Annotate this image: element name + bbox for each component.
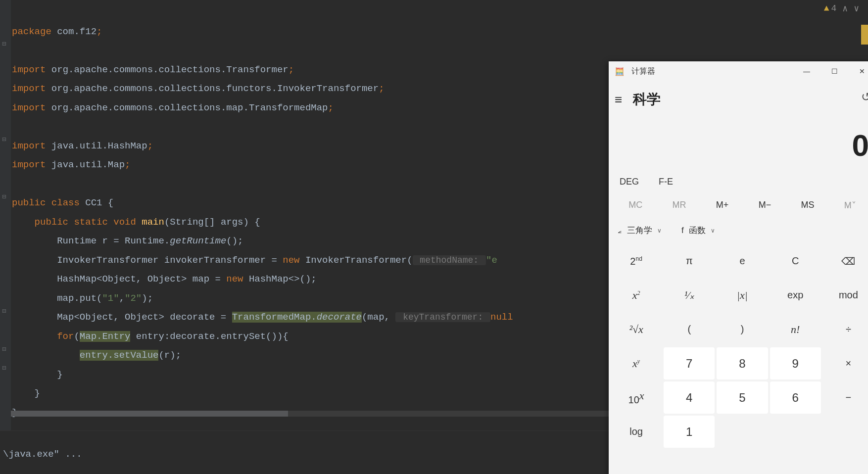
prev-highlight-icon[interactable]: ∧ bbox=[842, 3, 848, 14]
maximize-button[interactable]: ☐ bbox=[820, 61, 848, 81]
warning-count: 4 bbox=[831, 3, 837, 13]
key-reciprocal[interactable]: ¹⁄ₓ bbox=[664, 279, 715, 311]
keyword-public: public bbox=[12, 197, 51, 208]
key-lparen[interactable]: ( bbox=[664, 313, 715, 345]
fold-end-icon[interactable]: ⊟ bbox=[2, 365, 9, 372]
key-minus[interactable]: − bbox=[823, 381, 868, 414]
key-6[interactable]: 6 bbox=[770, 381, 821, 414]
highlighted-code: Map.Entry bbox=[80, 331, 131, 342]
key-divide[interactable]: ÷ bbox=[823, 313, 868, 345]
history-icon[interactable]: ↺ bbox=[861, 90, 868, 104]
keyword-import: import bbox=[12, 159, 51, 170]
key-4[interactable]: 4 bbox=[664, 381, 715, 414]
fold-icon[interactable]: ⊟ bbox=[2, 193, 9, 200]
calculator-app-icon: 🧮 bbox=[615, 67, 625, 76]
keyword-package: package bbox=[12, 26, 57, 37]
memory-row: MC MR M+ M− MS M˅ bbox=[609, 196, 868, 220]
mplus-button[interactable]: M+ bbox=[716, 200, 729, 211]
warning-badge[interactable]: ▲ 4 bbox=[824, 3, 837, 13]
ms-button[interactable]: MS bbox=[801, 200, 815, 211]
key-clear[interactable]: C bbox=[770, 245, 821, 277]
key-power[interactable]: xy bbox=[611, 347, 662, 379]
calculator-header: ≡ 科学 ↺ bbox=[609, 81, 868, 113]
fold-icon[interactable]: ⊟ bbox=[2, 308, 9, 315]
minimize-button[interactable]: — bbox=[793, 61, 820, 81]
function-row: ⦟ 三角学 ∨ f 函数 ∨ bbox=[609, 220, 868, 245]
keyword-import: import bbox=[12, 102, 51, 113]
fe-toggle[interactable]: F-E bbox=[659, 177, 673, 187]
next-highlight-icon[interactable]: ∨ bbox=[854, 3, 859, 14]
function-dropdown[interactable]: f 函数 ∨ bbox=[681, 225, 715, 236]
fold-icon[interactable]: ⊟ bbox=[2, 41, 9, 47]
key-pi[interactable]: π bbox=[664, 245, 715, 277]
calculator-keypad: 2nd π e C ⌫ x2 ¹⁄ₓ |x| exp mod ²√x ( ) n… bbox=[609, 245, 868, 448]
key-2nd[interactable]: 2nd bbox=[611, 245, 662, 277]
calculator-mode: 科学 bbox=[633, 90, 661, 109]
keyword-import: import bbox=[12, 141, 51, 151]
code-content[interactable]: package com.f12; import org.apache.commo… bbox=[12, 3, 513, 422]
editor-status: ▲ 4 ∧ ∨ bbox=[824, 3, 859, 14]
key-log[interactable]: log bbox=[611, 416, 662, 448]
parameter-hint: keyTransformer: bbox=[395, 312, 490, 322]
fold-icon[interactable]: ⊟ bbox=[2, 136, 9, 143]
keyword-import: import bbox=[12, 83, 51, 94]
key-5[interactable]: 5 bbox=[717, 381, 768, 414]
deg-toggle[interactable]: DEG bbox=[620, 177, 639, 187]
mr-button[interactable]: MR bbox=[672, 200, 686, 211]
key-ten-power[interactable]: 10x bbox=[611, 381, 662, 414]
key-factorial[interactable]: n! bbox=[770, 313, 821, 345]
menu-icon[interactable]: ≡ bbox=[615, 92, 622, 107]
window-controls: — ☐ ✕ bbox=[793, 61, 868, 81]
key-x-squared[interactable]: x2 bbox=[611, 279, 662, 311]
warning-icon: ▲ bbox=[824, 3, 829, 13]
mc-button[interactable]: MC bbox=[628, 200, 642, 211]
editor-gutter: ⊟ ⊟ ⊟ ⊟ ⊟ ⊟ bbox=[0, 0, 11, 430]
key-abs[interactable]: |x| bbox=[717, 279, 768, 311]
editor-marker-stripe[interactable] bbox=[861, 25, 868, 45]
angle-icon: ⦟ bbox=[618, 226, 622, 236]
fold-end-icon[interactable]: ⊟ bbox=[2, 346, 9, 353]
key-9[interactable]: 9 bbox=[770, 347, 821, 379]
highlighted-code: TransformedMap.decorate bbox=[232, 312, 362, 323]
key-exp[interactable]: exp bbox=[770, 279, 821, 311]
key-1[interactable]: 1 bbox=[664, 416, 715, 448]
key-rparen[interactable]: ) bbox=[717, 313, 768, 345]
key-backspace[interactable]: ⌫ bbox=[823, 245, 868, 277]
chevron-down-icon: ∨ bbox=[657, 227, 662, 234]
key-8[interactable]: 8 bbox=[717, 347, 768, 379]
method-name: main bbox=[142, 217, 164, 228]
keyword-class: class bbox=[51, 197, 85, 208]
keyword-import: import bbox=[12, 64, 51, 75]
calculator-titlebar[interactable]: 🧮 计算器 — ☐ ✕ bbox=[609, 61, 868, 81]
key-e[interactable]: e bbox=[717, 245, 768, 277]
scrollbar-thumb[interactable] bbox=[11, 411, 288, 417]
close-button[interactable]: ✕ bbox=[848, 61, 868, 81]
console-output: \java.exe" ... bbox=[3, 449, 82, 460]
calculator-title: 计算器 bbox=[631, 66, 655, 77]
chevron-down-icon: ∨ bbox=[711, 227, 715, 234]
highlighted-code: entry.setValue bbox=[80, 350, 159, 361]
key-multiply[interactable]: × bbox=[823, 347, 868, 379]
mminus-button[interactable]: M− bbox=[759, 200, 772, 211]
key-7[interactable]: 7 bbox=[664, 347, 715, 379]
key-sqrt[interactable]: ²√x bbox=[611, 313, 662, 345]
calculator-window: 🧮 计算器 — ☐ ✕ ≡ 科学 ↺ 0 DEG F-E MC MR M+ M−… bbox=[609, 61, 868, 474]
key-mod[interactable]: mod bbox=[823, 279, 868, 311]
parameter-hint: methodName: bbox=[413, 255, 486, 265]
calculator-display: 0 bbox=[609, 113, 868, 173]
mv-button[interactable]: M˅ bbox=[844, 200, 856, 211]
trig-dropdown[interactable]: ⦟ 三角学 ∨ bbox=[618, 225, 662, 236]
